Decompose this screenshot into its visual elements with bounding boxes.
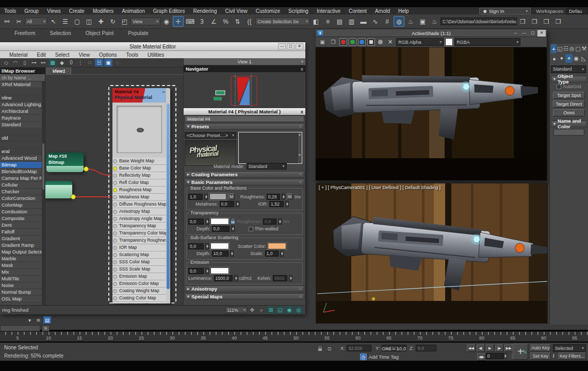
browser-item[interactable]: Composite	[0, 215, 45, 222]
named-selection-sets-icon[interactable]: ({	[244, 16, 255, 27]
layers-icon[interactable]: ≋	[35, 316, 42, 324]
select-by-name-icon[interactable]: ☰	[60, 16, 71, 27]
browser-item[interactable]: ColorMap	[0, 202, 45, 209]
sss-depth-field[interactable]: 10,0	[212, 250, 228, 257]
material-slot[interactable]: Transparency Color Map	[112, 230, 166, 237]
minimize-icon[interactable]: —	[520, 30, 528, 37]
scene-explorer-icon[interactable]: ▤	[43, 316, 51, 324]
basic-parameters-rollout[interactable]: Basic Parameters≡	[185, 179, 304, 185]
browser-item[interactable]: Advanced Wood	[0, 155, 45, 162]
zoom-selected-icon[interactable]: ◉	[285, 306, 293, 314]
menu-item[interactable]: Views	[43, 8, 65, 14]
presets-rollout[interactable]: Presets≡	[185, 123, 304, 130]
close-icon[interactable]: x	[301, 65, 303, 72]
slot-connector-icon[interactable]	[113, 246, 117, 250]
slot-connector-icon[interactable]	[113, 217, 117, 221]
light-type-button[interactable]: Target Spot	[553, 92, 585, 99]
hide-unused-slots-icon[interactable]: ⊷	[39, 59, 47, 66]
auto-update-icon[interactable]: ▣	[104, 59, 112, 66]
reference-coordinate-dropdown[interactable]: View	[130, 18, 160, 25]
browser-item[interactable]: Noise	[0, 282, 45, 289]
clone-window-icon[interactable]: ❐	[329, 38, 337, 46]
motion-tab[interactable]: ◎	[569, 44, 575, 53]
ribbon-tab[interactable]: Populate	[128, 30, 148, 36]
material-slot[interactable]: Coating Roughness M...	[112, 302, 166, 303]
snap-toggle-icon[interactable]: 3	[197, 16, 207, 27]
auto-key-button[interactable]: Auto Key	[530, 344, 551, 351]
view-selector-dropdown[interactable]: View 1	[184, 58, 305, 65]
show-ball-icon[interactable]: ◆	[58, 59, 66, 66]
slate-menu-item[interactable]: Options	[94, 52, 121, 58]
material-slot[interactable]: Anisotropy Angle Map	[112, 215, 166, 223]
next-frame-button[interactable]: |▶	[495, 344, 503, 352]
node-canvas[interactable]: Map #10 Bitmap Material #4 Physical Mate…	[45, 74, 183, 305]
browser-scrollbar[interactable]	[42, 81, 45, 305]
roughness-inv-label[interactable]: Inv	[295, 194, 301, 199]
select-and-rotate-icon[interactable]: ↻	[107, 16, 118, 27]
browser-search-input[interactable]: ch by Name ...	[0, 74, 45, 81]
browser-item[interactable]: Marble	[0, 256, 45, 262]
material-slot[interactable]: Metalness Map	[112, 194, 166, 201]
utilities-tab[interactable]: ⚒	[581, 44, 587, 53]
node-view[interactable]: View1 Map #10 Bitmap Material #4 Physica…	[45, 68, 183, 305]
zoom-region-icon[interactable]: ◱	[276, 306, 284, 314]
slot-connector-icon[interactable]	[113, 275, 117, 279]
ior-field[interactable]: 1,52	[269, 201, 284, 207]
frame-back-icon[interactable]: ◀▶	[477, 353, 486, 361]
sss-weight-field[interactable]: 0,0	[188, 243, 204, 249]
browser-item[interactable]: eral	[0, 148, 45, 155]
browser-item[interactable]	[0, 142, 45, 148]
slot-connector-icon[interactable]	[113, 231, 117, 235]
rendered-frame-icon[interactable]: ▣	[417, 16, 428, 27]
light-type-button[interactable]: Omni	[553, 109, 585, 116]
browser-item[interactable]: Camera Map Per Pixel	[0, 175, 45, 182]
transparency-field[interactable]: 0,0	[188, 218, 204, 225]
maximize-icon[interactable]: ◻	[287, 43, 295, 49]
base-weight-field[interactable]: 1,0	[188, 194, 203, 200]
material-slot[interactable]: Emission Color Map	[112, 280, 166, 288]
metalness-field[interactable]: 0,0	[220, 201, 234, 207]
light-type-button[interactable]: Target Direct	[553, 100, 585, 108]
slot-connector-icon[interactable]	[113, 174, 117, 178]
slot-connector-icon[interactable]	[113, 260, 117, 264]
transparency-color-swatch[interactable]	[210, 218, 229, 225]
emission-color-swatch[interactable]	[210, 267, 229, 274]
select-and-scale-icon[interactable]: ◰	[119, 16, 130, 27]
navigator-minimap[interactable]	[184, 72, 305, 108]
key-filter-icon[interactable]: ⚷	[550, 352, 557, 360]
ribbon-toggle-icon[interactable]: ▬	[358, 16, 369, 27]
slot-connector-icon[interactable]	[113, 289, 117, 293]
asset-library-icon[interactable]: ❒	[529, 16, 540, 27]
pan-hand-icon[interactable]: ✜	[248, 306, 256, 314]
slot-connector-icon[interactable]	[113, 195, 117, 199]
slot-connector-icon[interactable]	[113, 224, 117, 228]
browser-item[interactable]: Checker	[0, 189, 45, 195]
browser-item[interactable]: XRef Material	[0, 81, 45, 88]
viewport-label[interactable]: [ + ] [ PhysCamera001 ] [ User Defined ]…	[319, 185, 440, 190]
slate-menu-item[interactable]: Select	[51, 52, 74, 58]
menu-item[interactable]: Civil View	[221, 8, 252, 14]
rectangular-selection-icon[interactable]: ▢	[72, 16, 83, 27]
mirror-icon[interactable]: ◧	[311, 16, 321, 27]
clear-button[interactable]: ✕	[388, 39, 393, 45]
layout-all-icon[interactable]: ☷	[95, 59, 103, 66]
schematic-view-icon[interactable]: #	[382, 16, 393, 27]
slate-menu-item[interactable]: Tools	[122, 52, 143, 58]
material-slot[interactable]: Anisotropy Map	[112, 208, 166, 215]
name-and-color-rollout[interactable]: Name and Color	[551, 121, 587, 127]
thin-walled-checkbox[interactable]	[249, 227, 253, 231]
selection-filter-dropdown[interactable]: All	[25, 18, 47, 25]
blue-channel-button[interactable]	[358, 38, 366, 46]
curve-editor-icon[interactable]: ∿	[370, 16, 381, 27]
browser-item[interactable]: Raytrace	[0, 115, 45, 122]
lock-icon[interactable]	[231, 218, 235, 224]
preview-scrollbar[interactable]: ▲▼	[297, 132, 302, 163]
browser-item[interactable]: ColorCorrection	[0, 195, 45, 202]
listener-expand-button[interactable]: >	[42, 325, 50, 331]
select-and-link-icon[interactable]: ⚯	[2, 16, 12, 27]
zoom-percent-dropdown[interactable]: 111%	[225, 307, 248, 313]
object-type-rollout[interactable]: Object Type	[551, 76, 587, 82]
slot-connector-icon[interactable]	[113, 188, 117, 192]
map-node[interactable]	[45, 181, 72, 198]
menu-item[interactable]: Help	[394, 8, 413, 14]
